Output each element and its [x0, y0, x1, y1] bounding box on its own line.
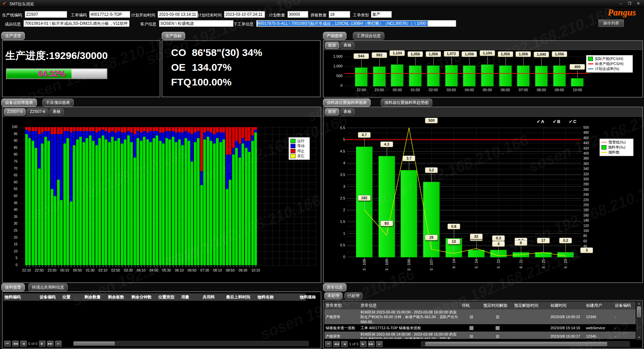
tab-defect-chart[interactable]: 不良项目图表: [42, 99, 74, 107]
plan-qty-input[interactable]: [287, 11, 308, 18]
checkbox[interactable]: [495, 315, 500, 319]
tab-production-metrics[interactable]: 生产指标: [162, 32, 185, 40]
pager-first-icon[interactable]: ⏮: [325, 341, 332, 347]
material-column-header[interactable]: 共用料: [201, 294, 225, 300]
abnormal-column-header[interactable]: 停机: [461, 303, 482, 308]
x-tick-mark: [186, 266, 186, 267]
equipment-bar-segment: [76, 139, 79, 265]
abnormal-column-header[interactable]: 设备编码: [613, 303, 636, 308]
work-order-input[interactable]: [89, 11, 130, 18]
pager-next2-icon[interactable]: ▶▶: [47, 341, 54, 347]
abnormal-table-row[interactable]: 锡膏板未逐一巡检工单 40017712-S-TOP 锡膏板未巡检2023/3/8…: [324, 324, 636, 332]
close-button[interactable]: ✕: [634, 1, 643, 6]
line-code-input[interactable]: [25, 11, 67, 18]
material-column-header[interactable]: 位置类型: [157, 294, 180, 300]
subtab-capacity-graph[interactable]: 图形: [325, 42, 339, 49]
abnormal-v-scrollbar[interactable]: ▲ ▼: [636, 301, 642, 340]
minimize-button[interactable]: –: [616, 1, 625, 6]
checkbox[interactable]: [495, 334, 500, 339]
tab-material-warning[interactable]: 接料预警: [1, 283, 25, 291]
abnormal-h-scrollbar[interactable]: [421, 341, 630, 347]
abnormal-column-header[interactable]: 创建用户: [585, 303, 613, 308]
plan-end-input[interactable]: [224, 11, 265, 18]
feeder-checkbox-b[interactable]: ✔B: [553, 119, 560, 124]
abnormal-table-row[interactable]: 产能异常时间区间 2023-03-08 15:00:00 - 2023-03-0…: [324, 309, 636, 324]
pager-first-icon[interactable]: ⏮: [4, 341, 11, 347]
tab-production-progress[interactable]: 生产进度: [1, 32, 25, 40]
subtab-equipment-table[interactable]: 表格: [50, 108, 64, 115]
pager-next2-icon[interactable]: ▶▶: [368, 341, 375, 347]
checkbox[interactable]: [495, 326, 500, 330]
equipment-bar-segment: [216, 127, 219, 132]
pager-prev-icon[interactable]: ◀: [341, 341, 348, 347]
stop-checkbox-cell[interactable]: [461, 332, 482, 339]
abnormal-h-scrollbar-thumb[interactable]: [425, 342, 607, 346]
subtab-line-z2s07-6[interactable]: Z2S07-6: [27, 108, 48, 115]
pager-next-icon[interactable]: ▶: [360, 341, 367, 347]
next-order-input[interactable]: 40017875-S-ALL \ 70010937(贴片半成品，120CNL-1…: [256, 20, 456, 27]
scroll-down-icon[interactable]: ▼: [637, 336, 641, 339]
tab-capacity-chart[interactable]: 产能图表: [323, 32, 346, 40]
x-tick-mark: [148, 266, 148, 267]
subtab-feeder-table[interactable]: 表格: [340, 108, 355, 115]
abnormal-column-header[interactable]: 异常类型: [324, 303, 359, 308]
tab-abnormal-info[interactable]: 异常信息: [323, 283, 346, 291]
abnormal-column-header[interactable]: 预定解除时间: [513, 303, 549, 308]
abnormal-column-header[interactable]: 预定时间解除: [482, 303, 513, 308]
abnormal-table-row[interactable]: 产能异常时间区间 2023-03-08 14:00:00 - 2023-03-0…: [324, 332, 636, 339]
panel-qty-input[interactable]: [329, 11, 350, 18]
equipment-bar-segment: [216, 132, 219, 138]
material-column-header[interactable]: 设备编码: [38, 294, 61, 300]
abnormal-column-header[interactable]: 异常信息: [359, 303, 461, 308]
material-column-header[interactable]: 剩余板数: [107, 294, 130, 300]
checkbox[interactable]: [469, 326, 474, 330]
pager-last-icon[interactable]: ⏭: [376, 341, 383, 347]
tab-feeder-rate-chart[interactable]: 供料器位置抛料率图表: [323, 99, 371, 107]
scheduled-release-checkbox-cell[interactable]: [482, 309, 513, 324]
stop-checkbox-cell[interactable]: [461, 309, 482, 324]
operation-list-button[interactable]: 操作列表: [598, 19, 624, 27]
customer-info-input[interactable]: [159, 20, 233, 27]
equipment-bar-segment: [98, 131, 101, 138]
product-info-input[interactable]: [23, 20, 129, 27]
pager-last-icon[interactable]: ⏭: [55, 341, 62, 347]
subtab-unhandled[interactable]: 未处理: [324, 292, 342, 299]
pager-prev-icon[interactable]: ◀: [20, 341, 27, 347]
material-column-header[interactable]: 物料名称: [256, 294, 299, 300]
material-h-scrollbar[interactable]: [73, 341, 309, 346]
material-column-header[interactable]: 剩余数量: [83, 294, 107, 300]
scroll-up-icon[interactable]: ▲: [637, 302, 641, 305]
pager-prev2-icon[interactable]: ◀◀: [333, 341, 340, 347]
scheduled-release-checkbox-cell[interactable]: [482, 332, 513, 339]
scheduled-release-checkbox-cell[interactable]: [482, 324, 513, 332]
material-h-scrollbar-thumb[interactable]: [74, 342, 115, 345]
subtab-feeder-graph[interactable]: 图形: [325, 108, 339, 115]
stop-checkbox-cell[interactable]: [461, 324, 482, 332]
subtab-capacity-table[interactable]: 表格: [340, 42, 355, 49]
order-type-input[interactable]: [371, 11, 392, 18]
tab-shared-material[interactable]: 待清点共用料信息: [28, 283, 68, 291]
feeder-checkbox-a[interactable]: ✔A: [537, 119, 544, 124]
material-column-header[interactable]: 位置: [61, 294, 83, 300]
count-value-label: 500: [425, 118, 438, 123]
material-column-header[interactable]: 物料编码: [3, 294, 38, 300]
checkbox[interactable]: [469, 315, 474, 319]
subtab-line-z2s07-5[interactable]: Z2S07-5: [4, 108, 25, 115]
material-column-header[interactable]: 用量: [180, 294, 201, 300]
material-column-header[interactable]: 剩余分钟数: [130, 294, 157, 300]
equipment-bar-segment: [156, 135, 158, 265]
abnormal-column-header[interactable]: 创建时间: [549, 303, 585, 308]
subtab-handled[interactable]: 已处理: [344, 292, 363, 299]
pager-next-icon[interactable]: ▶: [39, 341, 46, 347]
checkbox-label: C: [573, 119, 576, 124]
tab-feeder-trend-chart[interactable]: 供料器位置抛料率趋势图: [381, 99, 432, 107]
checkbox[interactable]: [469, 334, 474, 339]
abnormal-v-scrollbar-thumb[interactable]: [637, 306, 641, 317]
restore-button[interactable]: ❐: [625, 1, 634, 6]
tab-process-summary[interactable]: 工序综合信息: [353, 32, 384, 40]
plan-start-input[interactable]: [158, 11, 198, 18]
material-column-header[interactable]: 最后上料时间: [225, 294, 256, 300]
pager-prev2-icon[interactable]: ◀◀: [12, 341, 19, 347]
feeder-checkbox-c[interactable]: ✔C: [569, 119, 576, 124]
tab-equipment-rate-chart[interactable]: 设备运转率图表: [1, 99, 37, 107]
